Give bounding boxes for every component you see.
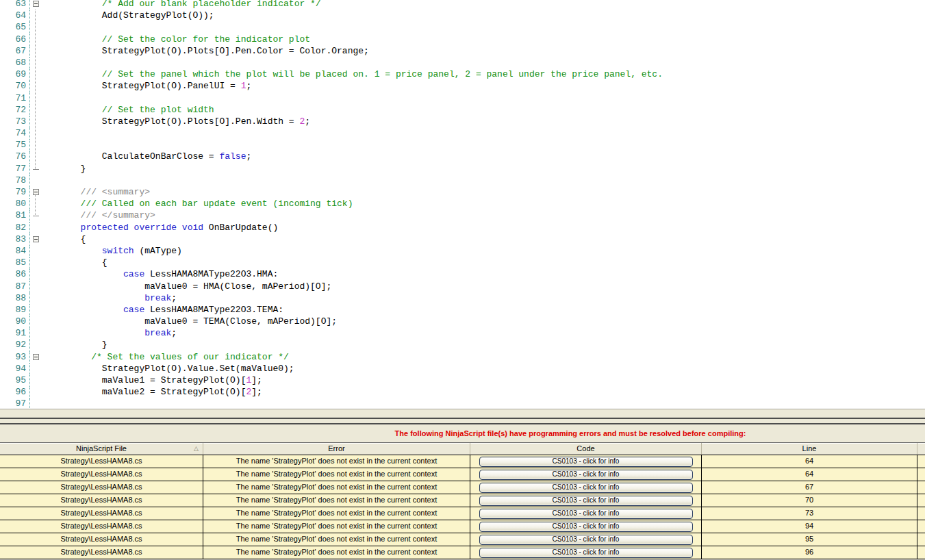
code-line[interactable]: 65 xyxy=(0,22,925,34)
code-line[interactable]: 70 StrategyPlot(O).PanelUI = 1; xyxy=(0,81,925,92)
error-row[interactable]: Strategy\LessHAMA8.csThe name 'StrategyP… xyxy=(0,455,925,468)
error-row[interactable]: Strategy\LessHAMA8.csThe name 'StrategyP… xyxy=(0,468,925,481)
code-line-text: break; xyxy=(43,293,177,304)
fold-margin xyxy=(29,140,43,151)
code-line[interactable]: 68 xyxy=(0,58,925,69)
code-line[interactable]: 76 CalculateOnBarClose = false; xyxy=(0,151,925,163)
code-line-text: /// Called on each bar update event (inc… xyxy=(43,199,353,209)
code-line[interactable]: 94 StrategyPlot(O).Value.Set(maValue0); xyxy=(0,364,925,375)
fold-collapse-icon[interactable] xyxy=(33,189,39,195)
line-number: 93 xyxy=(0,352,29,363)
line-number: 71 xyxy=(0,93,29,104)
error-row[interactable]: Strategy\LessHAMA8.csThe name 'StrategyP… xyxy=(0,494,925,507)
line-number: 87 xyxy=(0,281,29,292)
error-row-filler xyxy=(917,481,925,494)
error-row-line: 64 xyxy=(702,468,917,481)
code-line[interactable]: 74 xyxy=(0,128,925,140)
code-line[interactable]: 82 protected override void OnBarUpdate() xyxy=(0,222,925,234)
code-line[interactable]: 97 xyxy=(0,398,925,409)
code-line[interactable]: 69 // Set the panel which the plot will … xyxy=(0,69,925,81)
fold-end-icon xyxy=(33,169,39,170)
code-line[interactable]: 85 { xyxy=(0,257,925,269)
code-line[interactable]: 90 maValue0 = TEMA(Close, mAPeriod)[O]; xyxy=(0,316,925,328)
panel-splitter[interactable] xyxy=(0,418,925,424)
error-row-line: 96 xyxy=(702,546,917,559)
error-code-info-button[interactable]: CS0103 - click for info xyxy=(479,522,693,532)
code-line[interactable]: 88 break; xyxy=(0,293,925,305)
error-row[interactable]: Strategy\LessHAMA8.csThe name 'StrategyP… xyxy=(0,546,925,559)
error-table-body: Strategy\LessHAMA8.csThe name 'StrategyP… xyxy=(0,455,925,559)
fold-margin xyxy=(29,281,43,293)
code-line-text: /* Add our blank placeholder indicator *… xyxy=(43,0,321,10)
line-number: 68 xyxy=(0,58,29,68)
code-line[interactable]: 80 /// Called on each bar update event (… xyxy=(0,199,925,210)
fold-collapse-icon[interactable] xyxy=(33,354,39,360)
code-line[interactable]: 75 xyxy=(0,140,925,151)
error-row[interactable]: Strategy\LessHAMA8.csThe name 'StrategyP… xyxy=(0,520,925,533)
code-line-text: { xyxy=(43,257,107,268)
code-line-text: // Set the color for the indicator plot xyxy=(43,34,310,45)
sort-ascending-icon: △ xyxy=(194,444,199,454)
code-line-text: StrategyPlot(O).PanelUI = 1; xyxy=(43,81,251,92)
column-header-code[interactable]: Code xyxy=(470,443,702,455)
code-line[interactable]: 96 maValue2 = StrategyPlot(O)[2]; xyxy=(0,387,925,398)
code-line-text: /* Set the values of our indicator */ xyxy=(43,352,289,363)
error-row[interactable]: Strategy\LessHAMA8.csThe name 'StrategyP… xyxy=(0,481,925,494)
code-line[interactable]: 78 xyxy=(0,175,925,187)
code-line[interactable]: 91 break; xyxy=(0,328,925,340)
column-header-error[interactable]: Error xyxy=(203,443,470,455)
code-line[interactable]: 67 StrategyPlot(O).Plots[O].Pen.Color = … xyxy=(0,46,925,58)
error-row-file: Strategy\LessHAMA8.cs xyxy=(0,468,203,481)
error-code-info-button[interactable]: CS0103 - click for info xyxy=(479,509,693,519)
code-line[interactable]: 86 case LessHAMA8MAType22O3.HMA: xyxy=(0,269,925,281)
error-row[interactable]: Strategy\LessHAMA8.csThe name 'StrategyP… xyxy=(0,507,925,520)
code-line[interactable]: 81 /// </summary> xyxy=(0,210,925,222)
code-line[interactable]: 89 case LessHAMA8MAType22O3.TEMA: xyxy=(0,305,925,316)
code-line[interactable]: 77 } xyxy=(0,164,925,175)
fold-margin xyxy=(29,246,43,257)
code-line-text: maValue0 = TEMA(Close, mAPeriod)[O]; xyxy=(43,316,337,327)
error-row-line: 95 xyxy=(702,533,917,546)
error-code-info-button[interactable]: CS0103 - click for info xyxy=(479,470,693,480)
fold-margin xyxy=(29,187,43,199)
code-line[interactable]: 63 /* Add our blank placeholder indicato… xyxy=(0,0,925,10)
error-row-message: The name 'StrategyPlot' does not exist i… xyxy=(203,546,470,559)
fold-margin xyxy=(29,234,43,246)
code-line[interactable]: 72 // Set the plot width xyxy=(0,105,925,116)
fold-margin xyxy=(29,128,43,140)
code-line[interactable]: 73 StrategyPlot(O).Plots[O].Pen.Width = … xyxy=(0,116,925,128)
code-line[interactable]: 79 /// <summary> xyxy=(0,187,925,199)
fold-margin xyxy=(29,316,43,328)
code-editor[interactable]: 63 /* Add our blank placeholder indicato… xyxy=(0,0,925,409)
code-line[interactable]: 93 /* Set the values of our indicator */ xyxy=(0,352,925,364)
fold-margin xyxy=(29,222,43,234)
error-code-info-button[interactable]: CS0103 - click for info xyxy=(479,457,693,467)
error-code-info-button[interactable]: CS0103 - click for info xyxy=(479,496,693,506)
code-line[interactable]: 95 maValue1 = StrategyPlot(O)[1]; xyxy=(0,375,925,387)
error-row-file: Strategy\LessHAMA8.cs xyxy=(0,533,203,546)
line-number: 85 xyxy=(0,257,29,268)
error-row-message: The name 'StrategyPlot' does not exist i… xyxy=(203,481,470,494)
code-line[interactable]: 66 // Set the color for the indicator pl… xyxy=(0,34,925,46)
error-code-info-button[interactable]: CS0103 - click for info xyxy=(479,535,693,545)
code-line[interactable]: 64 Add(StrategyPlot(O)); xyxy=(0,10,925,22)
error-code-info-button[interactable]: CS0103 - click for info xyxy=(479,483,693,493)
fold-margin xyxy=(29,375,43,387)
fold-collapse-icon[interactable] xyxy=(33,1,39,7)
error-row-line: 67 xyxy=(702,481,917,494)
error-row[interactable]: Strategy\LessHAMA8.csThe name 'StrategyP… xyxy=(0,533,925,546)
code-line[interactable]: 71 xyxy=(0,93,925,105)
line-number: 66 xyxy=(0,34,29,45)
column-header-ninjascript-file[interactable]: NinjaScript File △ xyxy=(0,443,203,455)
error-code-info-button[interactable]: CS0103 - click for info xyxy=(479,548,693,558)
code-line[interactable]: 92 } xyxy=(0,340,925,351)
column-header-line[interactable]: Line xyxy=(702,443,917,455)
code-line-text: maValue1 = StrategyPlot(O)[1]; xyxy=(43,375,262,386)
fold-end-icon xyxy=(33,216,39,216)
fold-collapse-icon[interactable] xyxy=(33,236,39,242)
line-number: 84 xyxy=(0,246,29,257)
line-number: 75 xyxy=(0,140,29,151)
code-line[interactable]: 87 maValue0 = HMA(Close, mAPeriod)[O]; xyxy=(0,281,925,293)
code-line[interactable]: 84 switch (mAType) xyxy=(0,246,925,257)
code-line[interactable]: 83 { xyxy=(0,234,925,246)
